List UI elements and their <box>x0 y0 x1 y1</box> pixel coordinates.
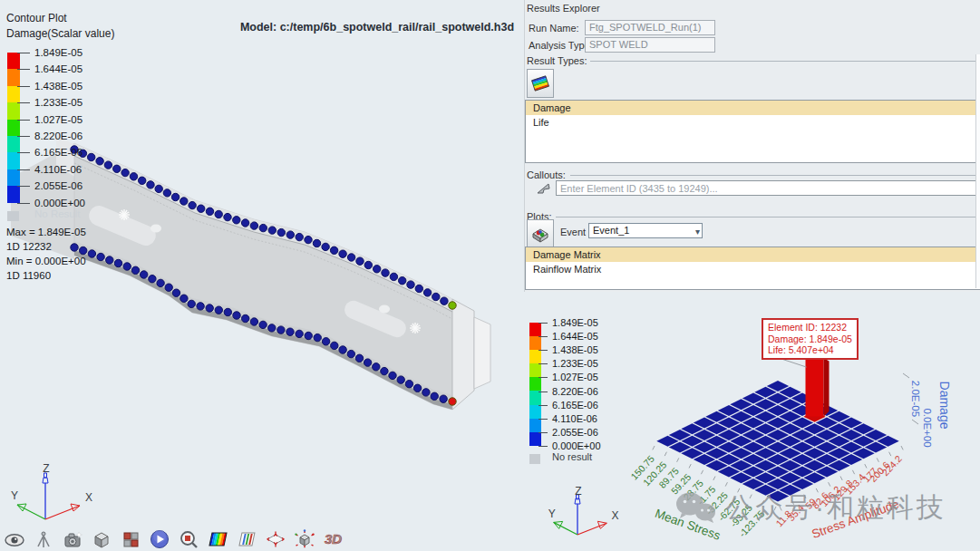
spot-weld-dot[interactable] <box>286 328 294 335</box>
zoom-box-icon[interactable] <box>177 528 199 549</box>
spot-weld-dot[interactable] <box>347 350 354 357</box>
spot-weld-dot[interactable] <box>180 295 188 302</box>
spot-weld-dot[interactable] <box>224 308 231 315</box>
spot-weld-dot[interactable] <box>259 224 267 231</box>
view-eye-icon[interactable] <box>3 528 25 549</box>
spot-weld-dot[interactable] <box>296 233 303 240</box>
spot-weld-dot[interactable] <box>331 342 338 349</box>
plot-item-damage-matrix[interactable]: Damage Matrix <box>526 247 980 262</box>
spot-weld-dot[interactable] <box>277 326 285 334</box>
result-type-life[interactable]: Life <box>526 115 980 130</box>
shaded-cube-icon[interactable] <box>90 528 112 549</box>
spot-weld-dot[interactable] <box>197 303 204 310</box>
spot-weld-dot[interactable] <box>206 304 213 312</box>
spot-weld-dot[interactable] <box>189 201 196 208</box>
spot-weld-dot[interactable] <box>188 300 195 307</box>
spot-weld-dot[interactable] <box>397 376 404 383</box>
plots-list[interactable]: Damage MatrixRainflow Matrix <box>525 246 980 290</box>
spot-weld-dot[interactable] <box>163 189 170 197</box>
spot-weld-dot[interactable] <box>441 297 448 304</box>
spot-weld-dot[interactable] <box>165 284 172 291</box>
spot-weld-dot[interactable] <box>206 208 213 215</box>
spot-weld-dot[interactable] <box>355 354 363 362</box>
spot-weld-dot[interactable] <box>242 314 249 322</box>
spot-weld-dot[interactable] <box>241 219 248 227</box>
spot-weld-dot[interactable] <box>88 250 95 257</box>
event-dropdown[interactable]: Event_1 ▾ <box>588 223 703 238</box>
section-stripes-icon[interactable] <box>235 528 257 549</box>
spot-weld-dot[interactable] <box>313 239 320 246</box>
spot-weld-dot[interactable] <box>215 306 222 314</box>
spot-weld-dot[interactable] <box>198 205 205 212</box>
spot-weld-dot[interactable] <box>141 271 148 278</box>
spot-weld-dot[interactable] <box>268 324 276 332</box>
spot-weld-dot[interactable] <box>172 289 180 296</box>
spot-weld-dot[interactable] <box>431 392 438 400</box>
spot-weld-dot[interactable] <box>415 285 422 292</box>
spot-weld-dot[interactable] <box>399 277 406 285</box>
spot-weld-dot[interactable] <box>233 312 240 319</box>
spot-weld-dot[interactable] <box>356 257 364 265</box>
spot-weld-dot[interactable] <box>382 269 389 276</box>
spot-weld-dot[interactable] <box>322 243 329 250</box>
spot-weld-dot[interactable] <box>250 222 257 229</box>
spot-weld-dot[interactable] <box>423 289 431 296</box>
spot-weld-dot[interactable] <box>449 302 456 309</box>
element-id-input[interactable] <box>556 180 980 196</box>
spot-weld-dot[interactable] <box>422 389 430 396</box>
spot-weld-dot[interactable] <box>364 261 372 268</box>
spot-weld-dot[interactable] <box>389 372 396 379</box>
measure-diamond-icon[interactable] <box>264 528 286 549</box>
spot-weld-dot[interactable] <box>305 236 312 243</box>
tripod-icon[interactable] <box>32 528 54 549</box>
spot-weld-dot[interactable] <box>390 273 397 280</box>
spot-weld-dot[interactable] <box>277 228 285 236</box>
spot-weld-dot[interactable] <box>215 210 222 218</box>
spot-weld-dot[interactable] <box>106 256 113 264</box>
spot-weld-dot[interactable] <box>449 398 456 405</box>
spot-weld-dot[interactable] <box>114 259 121 266</box>
spot-weld-dot[interactable] <box>305 332 312 339</box>
plot-apply-button[interactable] <box>527 219 554 248</box>
spot-weld-dot[interactable] <box>364 359 371 366</box>
spot-weld-dot[interactable] <box>381 367 388 374</box>
spot-weld-dot[interactable] <box>259 321 267 328</box>
spot-weld-dot[interactable] <box>322 338 329 345</box>
contour-panel-icon[interactable] <box>206 528 228 549</box>
spot-weld-dot[interactable] <box>374 266 381 273</box>
plot-item-rainflow-matrix[interactable]: Rainflow Matrix <box>526 262 980 276</box>
spot-weld-dot[interactable] <box>413 384 421 392</box>
result-types-list[interactable]: DamageLife <box>525 100 980 163</box>
3d-logo-icon[interactable]: 3D <box>322 528 344 549</box>
camera-snapshot-icon[interactable] <box>61 528 83 549</box>
spot-weld-dot[interactable] <box>123 263 131 270</box>
window-layout-icon[interactable] <box>119 528 141 549</box>
callout-flag-icon[interactable] <box>536 181 552 198</box>
contour-apply-button[interactable] <box>527 69 554 98</box>
play-animation-icon[interactable] <box>148 528 170 549</box>
spot-weld-dot[interactable] <box>180 198 188 205</box>
spot-weld-dot[interactable] <box>296 330 303 337</box>
damage-bar[interactable] <box>806 358 824 417</box>
spot-weld-dot[interactable] <box>440 395 447 402</box>
spot-weld-dot[interactable] <box>157 279 164 286</box>
spot-weld-dot[interactable] <box>131 266 139 274</box>
spot-weld-dot[interactable] <box>407 281 414 288</box>
explode-cube-icon[interactable] <box>293 528 315 549</box>
spot-weld-dot[interactable] <box>171 193 179 200</box>
spot-weld-dot[interactable] <box>347 254 354 261</box>
spot-weld-dot[interactable] <box>405 381 412 388</box>
spot-weld-dot[interactable] <box>373 363 380 371</box>
spot-weld-dot[interactable] <box>432 293 440 300</box>
spot-weld-dot[interactable] <box>250 318 257 325</box>
spot-weld-dot[interactable] <box>155 185 162 192</box>
spot-weld-dot[interactable] <box>224 213 231 220</box>
spot-weld-dot[interactable] <box>147 181 154 188</box>
spot-weld-dot[interactable] <box>339 250 346 257</box>
result-type-damage[interactable]: Damage <box>526 101 980 115</box>
spot-weld-dot[interactable] <box>330 246 337 254</box>
spot-weld-dot[interactable] <box>233 217 240 224</box>
spot-weld-dot[interactable] <box>314 334 321 341</box>
spot-weld-dot[interactable] <box>97 253 104 260</box>
spot-weld-dot[interactable] <box>149 276 156 283</box>
